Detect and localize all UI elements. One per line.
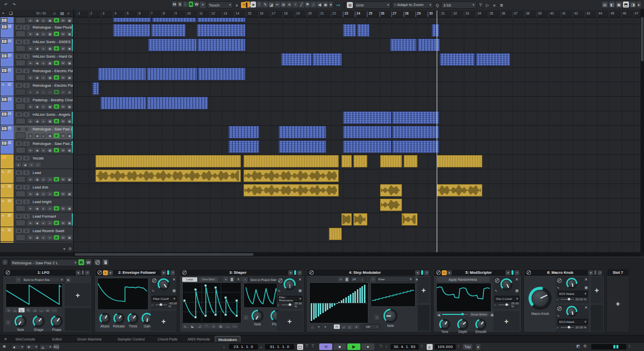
track-row-halion-sonic-angels-gs[interactable]: 24MSHALion Sonic - Angels ...gs●◀e▦RW▣ (1, 111, 73, 125)
write-button[interactable]: W (60, 148, 66, 152)
stepmod-step-editor[interactable] (309, 282, 368, 323)
shaper-shape-flat-button[interactable]: — (231, 324, 238, 328)
shaper-add-destination-slot[interactable]: + (277, 311, 303, 331)
zoom-tool-icon[interactable]: ⌕ (293, 2, 298, 8)
folder-clip[interactable] (95, 155, 241, 167)
ef-dest-param-select[interactable]: Filter Cutoff▾ (152, 296, 177, 302)
ms-dest-bypass-icon[interactable] (495, 278, 499, 283)
read-button[interactable]: R (54, 192, 59, 196)
side-chain-icon[interactable]: ∿ (442, 270, 447, 275)
solo-button[interactable]: S (23, 214, 30, 219)
shaper-shape-curve-button[interactable]: ◡ (224, 324, 231, 328)
track-row-vocals[interactable]: MSVocals●◀=⑂ (1, 154, 73, 169)
track-row-halion-sonic-s90es-no[interactable]: 19MSHALion Sonic - S90ES ...no●◀e▦RW▣ (1, 38, 73, 53)
shaper-loop-tab[interactable]: Loop (182, 277, 197, 282)
punch-out-icon[interactable]: ⊤ (311, 344, 315, 348)
object-selection-tool-icon[interactable]: ➤ (250, 2, 256, 8)
shaper-shape-saw-button[interactable]: ◺ (182, 324, 189, 328)
quantize-preset-select[interactable]: 1/16▾ (441, 2, 476, 9)
pin-icon[interactable]: ⌖ (3, 260, 8, 265)
pre-roll-icon[interactable]: ↻ (379, 344, 383, 348)
instrument-icon[interactable]: ▦ (47, 75, 53, 80)
locators-lock-icon[interactable]: ▢ (297, 344, 303, 350)
edit-channel-icon[interactable]: e (41, 177, 46, 182)
edit-channel-icon[interactable]: e (41, 18, 46, 23)
shaper-shape-comb-button[interactable]: ▥ (217, 324, 224, 328)
record-enable-icon[interactable]: ● (28, 75, 33, 80)
solo-button[interactable]: S (23, 200, 30, 204)
midi-clip[interactable] (147, 97, 208, 109)
solo-button[interactable]: S (23, 40, 30, 44)
read-button[interactable]: R (54, 235, 59, 240)
shaper-snap-icon[interactable]: ⌖ (223, 277, 228, 282)
solo-button[interactable]: S (23, 141, 30, 146)
freeze-icon[interactable]: ▣ (67, 192, 72, 196)
global-w-state-button[interactable]: W (194, 2, 199, 7)
edit-channel-icon[interactable]: e (41, 206, 46, 211)
modulator-expand-icon[interactable]: ↗ (85, 270, 90, 275)
step-bar[interactable] (329, 303, 331, 308)
lfo-shape-sample-hold-button[interactable]: ⋯ (51, 308, 57, 312)
channel-icon[interactable]: ∞ (47, 235, 53, 240)
read-button[interactable]: R (54, 18, 59, 23)
track-row-retrologue-saw-plucks-r[interactable]: 18MSRetrologue - Saw Plucks R●◀e▦RW▣ (1, 24, 73, 38)
group-editing-icon[interactable]: = (29, 162, 34, 167)
mk-dest1-depth-slider[interactable]: ⊢25.00 % (557, 297, 586, 301)
modscripter-add-destination-slot[interactable]: + (493, 311, 520, 331)
folder-clip[interactable] (404, 155, 418, 167)
record-enable-icon[interactable]: ● (28, 18, 33, 23)
ms-dest-meter-icon[interactable]: ▦ (515, 289, 519, 293)
track-row[interactable]: ●◀e▦RW▣ (1, 17, 73, 24)
freeze-icon[interactable]: ▣ (67, 75, 72, 80)
write-automation-button[interactable]: W (85, 259, 91, 265)
channel-icon[interactable]: ∞ (47, 206, 53, 211)
automation-panel-icon[interactable]: e (234, 2, 240, 8)
stepmod-slope-select[interactable]: Off↕ (364, 324, 380, 329)
modulator-bypass-icon[interactable] (97, 270, 102, 275)
shaper-grid-icon[interactable]: ▓ (229, 277, 234, 282)
solo-button[interactable]: S (23, 185, 30, 190)
modulator-menu-arrow[interactable]: ▾ (415, 270, 420, 275)
color-tool-icon[interactable]: ◉ (323, 2, 328, 8)
project-cursor[interactable] (437, 11, 437, 252)
audio-clip[interactable] (243, 184, 339, 197)
punch-in-icon[interactable]: ⊤ (305, 344, 309, 348)
step-bar[interactable] (320, 303, 321, 314)
lfo-shape-triangle-button[interactable]: △ (12, 308, 18, 312)
midi-clip[interactable] (228, 140, 259, 153)
modulator-expand-icon[interactable]: ↗ (170, 270, 175, 275)
horizontal-scroll-thumb[interactable] (75, 253, 253, 256)
read-button[interactable]: R (54, 32, 59, 36)
shaper-dest-remove-icon[interactable]: ✕ (298, 277, 302, 282)
instrument-icon[interactable]: ▦ (47, 61, 53, 65)
audio-alignment-icon[interactable]: ≣ (498, 2, 504, 8)
modulator-menu-arrow[interactable]: ▾ (76, 270, 81, 275)
write-button[interactable]: W (60, 206, 66, 211)
read-automation-button[interactable]: R (78, 259, 84, 265)
freeze-icon[interactable]: ▣ (67, 206, 72, 211)
tempo-mode-arrow[interactable]: ▾ (476, 344, 480, 350)
ef-dest-curve-icon[interactable]: ∿ (152, 289, 155, 293)
record-modes-icon[interactable]: ◉ (3, 344, 6, 348)
read-button[interactable]: R (54, 133, 59, 138)
midi-clip[interactable] (343, 140, 392, 153)
stepmod-shape-ramp-button[interactable]: ◿ (340, 324, 346, 329)
shaper-dest-bypass-icon[interactable] (278, 278, 283, 283)
channel-icon[interactable]: ∞ (47, 221, 53, 225)
track-row-halion-sonic-hard-gr-no[interactable]: 20MSHALion Sonic - Hard Gr...no●◀e▦RW▣ (1, 53, 73, 67)
play-tool-icon[interactable]: ╱ (299, 2, 304, 8)
left-locator-icon[interactable]: ⌞ (223, 344, 225, 348)
track-row-lead-bright[interactable]: ∿29MSLead bright●◀e∞RW▣ (1, 198, 73, 213)
side-chain-arrow[interactable]: ▾ (447, 270, 452, 275)
stepmod-random2-icon[interactable]: ✦ (322, 324, 328, 329)
lfo-sync-mode-select[interactable]: Sync to Project Sta.▾ (22, 277, 65, 283)
mute-button[interactable]: M (16, 25, 22, 30)
ms-dest-param-select[interactable]: Osc 1 Level▾ (494, 296, 520, 302)
modulator-menu-arrow[interactable]: ▾ (161, 270, 166, 275)
step-bar[interactable] (361, 286, 363, 303)
instrument-icon[interactable]: ▦ (47, 119, 53, 123)
shaper-retrigger-icon[interactable]: ◔ (242, 277, 247, 282)
track-row-lead-formant[interactable]: ∿30MSLead Formant●◀e∞RW▣ (1, 213, 73, 227)
modulator-menu-arrow[interactable]: ▾ (505, 270, 510, 275)
lower-zone-tab-drum-machine[interactable]: Drum Machine (74, 336, 105, 342)
